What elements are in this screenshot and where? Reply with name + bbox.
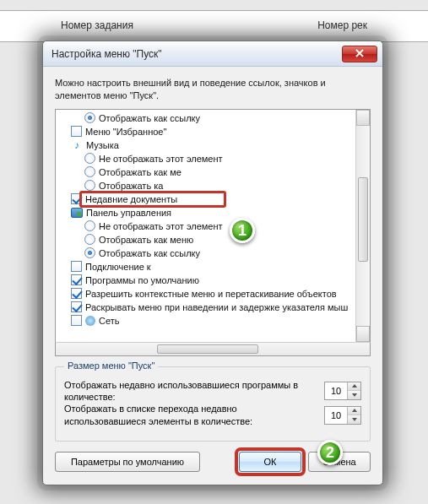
checkbox-icon[interactable] [71,274,82,285]
customize-start-menu-dialog: Настройка меню "Пуск" Можно настроить вн… [42,41,383,485]
spinner-up[interactable] [348,407,360,415]
intro-text: Можно настроить внешний вид и поведение … [55,77,371,102]
opt-cp-hide[interactable]: Не отображать этот элемент [59,219,355,233]
chevron-up-icon [352,384,357,387]
close-icon [355,48,364,60]
jumplist-items-label: Отображать в списке перехода недавно исп… [64,403,317,427]
chevron-down-icon [352,418,357,421]
defaults-button[interactable]: Параметры по умолчанию [55,452,200,472]
opt-context-dnd[interactable]: Разрешить контекстные меню и перетаскива… [59,287,355,301]
radio-icon[interactable] [84,247,95,258]
network-icon [85,316,95,326]
spinner-down[interactable] [348,415,360,424]
close-button[interactable] [342,46,377,62]
jumplist-items-spinner[interactable]: 10 [324,406,361,425]
horizontal-scrollbar[interactable] [55,342,371,356]
scroll-thumb[interactable] [157,344,258,354]
opt-music-hide[interactable]: Не отображать этот элемент [59,152,355,165]
dialog-title: Настройка меню "Пуск" [51,48,342,60]
radio-icon[interactable] [84,153,95,164]
radio-icon[interactable] [84,220,95,231]
spinner-value[interactable]: 10 [325,382,347,399]
group-control-panel: Панель управления [59,206,355,219]
opt-show-as-link[interactable]: Отображать как ссылку [59,111,355,125]
checkbox-icon[interactable] [71,193,82,204]
recent-programs-spinner[interactable]: 10 [324,382,361,400]
annotation-marker-1: 1 [230,218,255,243]
scroll-thumb[interactable] [358,177,368,262]
opt-hover-expand[interactable]: Раскрывать меню при наведении и задержке… [59,301,355,314]
group-network[interactable]: Сеть [59,314,355,328]
bg-col-left: Номер задания [61,19,133,33]
options-tree: Отображать как ссылку Меню "Избранное" ♪… [55,109,371,343]
opt-default-programs[interactable]: Программы по умолчанию [59,274,355,287]
group-music: ♪ Музыка [59,138,355,152]
start-menu-size-group: Размер меню "Пуск" Отображать недавно ис… [55,366,371,442]
recent-programs-label: Отображать недавно использовавшиеся прог… [64,379,317,404]
checkbox-icon[interactable] [71,126,82,137]
opt-music-link[interactable]: Отображать ка [59,179,355,192]
radio-icon[interactable] [84,166,95,177]
group-title: Размер меню "Пуск" [64,360,158,371]
spinner-down[interactable] [348,391,360,399]
annotation-marker-2: 2 [317,440,343,465]
checkbox-icon[interactable] [71,301,82,312]
spinner-up[interactable] [348,382,360,391]
ok-button[interactable]: ОК [239,452,301,472]
opt-favorites[interactable]: Меню "Избранное" [59,125,355,138]
vertical-scrollbar[interactable] [355,110,370,342]
opt-cp-menu[interactable]: Отображать как меню [59,233,355,247]
opt-connect-to[interactable]: Подключение к [59,260,355,274]
radio-icon[interactable] [84,234,95,245]
music-icon: ♪ [71,139,83,151]
opt-music-menu[interactable]: Отображать как ме [59,165,355,179]
chevron-up-icon [352,409,357,412]
checkbox-icon[interactable] [71,261,82,272]
background-window-strip: Номер задания Номер рек [0,10,428,42]
opt-cp-link[interactable]: Отображать как ссылку [59,247,355,260]
radio-icon[interactable] [84,112,95,123]
bg-col-right: Номер рек [317,19,367,33]
chevron-down-icon [352,393,357,397]
opt-recent-documents[interactable]: Недавние документы [59,192,355,206]
titlebar[interactable]: Настройка меню "Пуск" [43,41,382,67]
checkbox-icon[interactable] [71,315,82,326]
checkbox-icon[interactable] [71,288,82,299]
radio-icon[interactable] [84,180,95,191]
spinner-value[interactable]: 10 [325,407,347,424]
control-panel-icon [71,208,83,218]
